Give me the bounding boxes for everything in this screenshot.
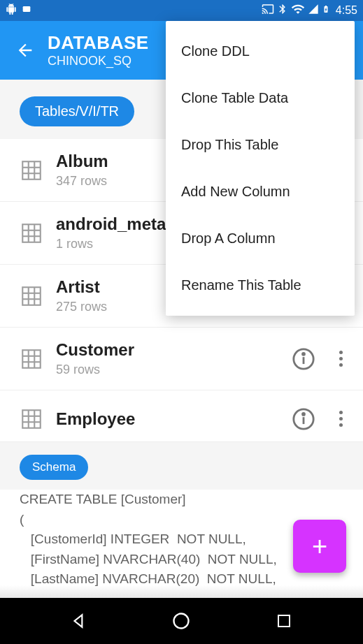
- info-icon[interactable]: [292, 407, 315, 431]
- cast-icon: [262, 3, 274, 18]
- table-icon: [20, 284, 43, 308]
- menu-item-drop-table[interactable]: Drop This Table: [166, 122, 355, 168]
- more-icon[interactable]: [332, 351, 349, 367]
- menu-item-add-column[interactable]: Add New Column: [166, 168, 355, 215]
- svg-rect-16: [22, 350, 41, 368]
- menu-item-drop-column[interactable]: Drop A Column: [166, 215, 355, 262]
- table-icon: [20, 347, 43, 371]
- svg-rect-33: [278, 615, 290, 627]
- back-button[interactable]: [11, 36, 39, 64]
- svg-point-32: [174, 614, 189, 629]
- nav-recent-button[interactable]: [271, 608, 297, 634]
- svg-rect-24: [22, 410, 41, 428]
- table-icon: [20, 407, 43, 431]
- context-menu: Clone DDL Clone Table Data Drop This Tab…: [166, 21, 355, 316]
- table-rowcount: 59 rows: [56, 363, 292, 377]
- svg-rect-1: [22, 161, 41, 180]
- table-icon: [20, 221, 43, 245]
- svg-rect-0: [23, 6, 31, 12]
- android-icon: [6, 3, 17, 17]
- wifi-icon: [291, 2, 305, 19]
- menu-item-clone-table-data[interactable]: Clone Table Data: [166, 75, 355, 122]
- info-icon[interactable]: [292, 347, 315, 371]
- more-icon[interactable]: [332, 411, 349, 427]
- table-icon: [20, 159, 43, 182]
- app-title: DATABASE: [48, 32, 149, 54]
- table-name: Customer: [56, 340, 292, 360]
- svg-rect-11: [22, 287, 41, 305]
- svg-point-23: [303, 353, 305, 355]
- table-row[interactable]: Employee: [0, 390, 363, 442]
- svg-rect-6: [22, 224, 41, 242]
- bluetooth-icon: [277, 3, 288, 17]
- status-bar: 4:55: [0, 0, 363, 21]
- status-time: 4:55: [336, 4, 357, 17]
- app-notification-icon: [21, 3, 32, 17]
- svg-point-31: [303, 413, 305, 415]
- battery-icon: [322, 3, 330, 18]
- fab-add-button[interactable]: +: [293, 520, 346, 573]
- signal-icon: [308, 3, 319, 17]
- schema-chip[interactable]: Schema: [20, 455, 88, 480]
- nav-home-button[interactable]: [169, 608, 194, 634]
- nav-back-button[interactable]: [66, 608, 92, 634]
- plus-icon: +: [312, 532, 327, 562]
- menu-item-clone-ddl[interactable]: Clone DDL: [166, 28, 355, 75]
- tables-chip[interactable]: Tables/V/I/TR: [20, 96, 134, 126]
- app-subtitle: CHINOOK_SQ: [48, 54, 149, 68]
- table-row[interactable]: Customer 59 rows: [0, 328, 363, 390]
- menu-item-rename-table[interactable]: Rename This Table: [166, 262, 355, 309]
- android-nav-bar: [0, 598, 363, 644]
- table-name: Employee: [56, 409, 292, 429]
